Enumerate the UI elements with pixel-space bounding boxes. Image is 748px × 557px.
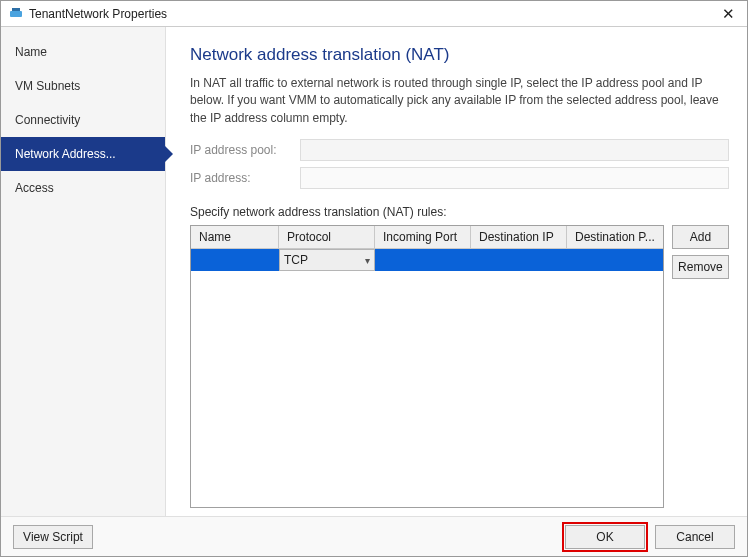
ip-address-input[interactable]: [300, 167, 729, 189]
app-icon: [9, 5, 23, 22]
remove-button[interactable]: Remove: [672, 255, 729, 279]
cancel-label: Cancel: [676, 530, 713, 544]
view-script-button[interactable]: View Script: [13, 525, 93, 549]
main-panel: Network address translation (NAT) In NAT…: [166, 27, 747, 516]
sidebar-item-connectivity[interactable]: Connectivity: [1, 103, 165, 137]
view-script-label: View Script: [23, 530, 83, 544]
svg-rect-0: [10, 11, 22, 17]
sidebar-item-label: Access: [15, 181, 54, 195]
add-button[interactable]: Add: [672, 225, 729, 249]
nat-rules-grid: Name Protocol Incoming Port Destination …: [190, 225, 664, 508]
sidebar-item-label: Connectivity: [15, 113, 80, 127]
cell-destination-ip[interactable]: [471, 249, 567, 271]
sidebar-item-label: Name: [15, 45, 47, 59]
protocol-value: TCP: [284, 253, 308, 267]
chevron-down-icon: ▾: [365, 255, 370, 266]
col-header-destination-port[interactable]: Destination P...: [567, 226, 663, 248]
title-bar: TenantNetwork Properties ✕: [1, 1, 747, 27]
remove-button-label: Remove: [678, 260, 723, 274]
sidebar-item-label: Network Address...: [15, 147, 116, 161]
ip-pool-label: IP address pool:: [190, 143, 300, 157]
ok-label: OK: [596, 530, 613, 544]
ip-pool-select[interactable]: [300, 139, 729, 161]
col-header-protocol[interactable]: Protocol: [279, 226, 375, 248]
sidebar-item-label: VM Subnets: [15, 79, 80, 93]
col-header-incoming-port[interactable]: Incoming Port: [375, 226, 471, 248]
ip-address-label: IP address:: [190, 171, 300, 185]
col-header-destination-ip[interactable]: Destination IP: [471, 226, 567, 248]
cancel-button[interactable]: Cancel: [655, 525, 735, 549]
cell-protocol-select[interactable]: TCP ▾: [279, 249, 375, 271]
cell-destination-port[interactable]: [567, 249, 663, 271]
svg-rect-1: [12, 8, 20, 11]
sidebar-item-name[interactable]: Name: [1, 35, 165, 69]
page-title: Network address translation (NAT): [190, 45, 729, 65]
cell-name[interactable]: [191, 249, 279, 271]
page-description: In NAT all traffic to external network i…: [190, 75, 729, 127]
window-title: TenantNetwork Properties: [29, 7, 167, 21]
ok-button[interactable]: OK: [565, 525, 645, 549]
sidebar: Name VM Subnets Connectivity Network Add…: [1, 27, 166, 516]
sidebar-item-network-address[interactable]: Network Address...: [1, 137, 165, 171]
cell-incoming-port[interactable]: [375, 249, 471, 271]
table-row[interactable]: TCP ▾: [191, 249, 663, 271]
add-button-label: Add: [690, 230, 711, 244]
close-icon[interactable]: ✕: [718, 5, 739, 23]
sidebar-item-access[interactable]: Access: [1, 171, 165, 205]
grid-header: Name Protocol Incoming Port Destination …: [191, 226, 663, 249]
rules-label: Specify network address translation (NAT…: [190, 205, 729, 219]
col-header-name[interactable]: Name: [191, 226, 279, 248]
sidebar-item-vm-subnets[interactable]: VM Subnets: [1, 69, 165, 103]
dialog-footer: View Script OK Cancel: [1, 516, 747, 556]
